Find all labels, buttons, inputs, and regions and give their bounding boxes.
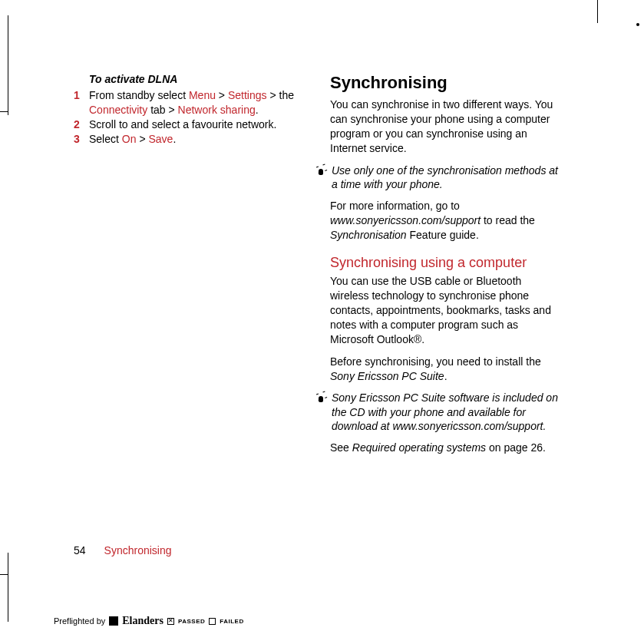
page-number: 54 (74, 544, 86, 556)
step-number: 2 (74, 117, 89, 132)
step-number: 1 (74, 88, 89, 117)
crop-mark (636, 23, 639, 26)
crop-mark (0, 574, 8, 575)
left-column: To activate DLNA 1 From standby select M… (74, 73, 304, 463)
step-text: Select On > Save. (89, 132, 304, 147)
network-sharing-link: Network sharing (178, 104, 256, 116)
step-2: 2 Scroll to and select a favourite netwo… (74, 117, 304, 132)
note-text: Sony Ericsson PC Suite software is inclu… (332, 391, 560, 433)
step-1: 1 From standby select Menu > Settings > … (74, 88, 304, 117)
preflight-bar: Preflighted by Elanders ✕ PASSED FAILED (54, 615, 244, 627)
connectivity-link: Connectivity (89, 104, 147, 116)
step-text: From standby select Menu > Settings > th… (89, 88, 304, 117)
on-link: On (122, 133, 137, 145)
sync-computer-text: You can use the USB cable or Bluetooth w… (330, 274, 560, 346)
page-content: To activate DLNA 1 From standby select M… (0, 0, 599, 568)
preflight-label: Preflighted by (54, 616, 105, 626)
note-text: Use only one of the synchronisation meth… (332, 163, 560, 191)
dlna-heading: To activate DLNA (89, 73, 304, 85)
passed-label: PASSED (178, 618, 205, 625)
see-ref-text: See Required operating systems on page 2… (330, 441, 560, 455)
step-3: 3 Select On > Save. (74, 132, 304, 147)
page-footer: 54Synchronising (74, 544, 172, 556)
support-url: www.sonyericsson.com/support (330, 214, 481, 226)
settings-link: Settings (228, 89, 267, 101)
elanders-logo-icon (109, 616, 118, 626)
footer-section: Synchronising (104, 544, 172, 556)
bulb-icon (315, 165, 327, 177)
step-text: Scroll to and select a favourite network… (89, 117, 304, 132)
passed-checkbox-icon: ✕ (167, 618, 174, 625)
install-text: Before synchronising, you need to instal… (330, 355, 560, 384)
failed-label: FAILED (220, 618, 243, 625)
right-column: Synchronising You can synchronise in two… (330, 73, 560, 463)
feature-guide-name: Synchronisation (330, 229, 407, 241)
sync-computer-heading: Synchronising using a computer (330, 255, 560, 272)
ref-topic: Required operating systems (352, 441, 486, 454)
sync-intro: You can synchronise in two different way… (330, 97, 560, 156)
pc-suite-name: Sony Ericsson PC Suite (330, 370, 444, 382)
tip-note-1: Use only one of the synchronisation meth… (315, 163, 560, 191)
failed-checkbox-icon (209, 618, 216, 625)
sync-heading: Synchronising (330, 73, 560, 93)
step-number: 3 (74, 132, 89, 147)
bulb-icon (315, 392, 327, 405)
tip-note-2: Sony Ericsson PC Suite software is inclu… (315, 391, 560, 433)
more-info-text: For more information, go to www.sonyeric… (330, 199, 560, 243)
menu-link: Menu (189, 89, 216, 101)
elanders-brand: Elanders (122, 615, 163, 627)
save-link: Save (148, 133, 173, 145)
